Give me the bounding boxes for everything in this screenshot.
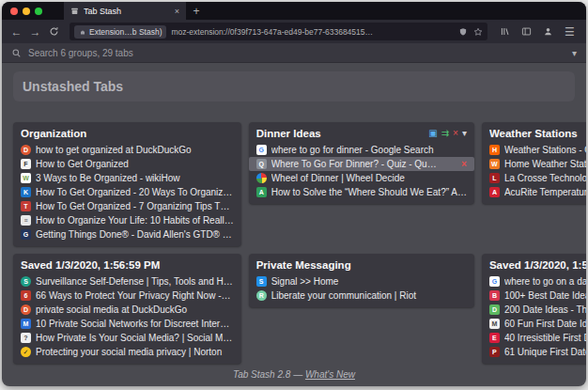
reload-icon[interactable] — [46, 23, 62, 39]
stashed-tab-item[interactable]: D private social media at DuckDuckGo — [13, 303, 241, 317]
stashed-tab-item[interactable]: S Signal >> Home — [249, 274, 474, 289]
stashed-tab-item[interactable]: P 61 Unique First Date Ideas for 2018 - … — [482, 345, 586, 359]
sidebar-icon[interactable] — [519, 23, 534, 39]
close-window-button[interactable] — [10, 8, 18, 15]
stashed-tab-item[interactable]: G Getting Things Done® - David Allen's G… — [13, 227, 241, 242]
stashed-tab-item[interactable]: K How To Get Organized - 20 Ways To Orga… — [13, 185, 241, 199]
stashed-tab-item[interactable]: G where to go on a date - Google Search — [482, 274, 586, 289]
stashed-tab-item[interactable]: H Weather Stations - Outdoor Decor - The… — [482, 143, 586, 157]
norton-favicon: ✓ — [21, 347, 31, 357]
new-tab-button[interactable]: + — [186, 2, 207, 20]
extension-identity-chip[interactable]: Extension…b Stash) — [74, 25, 166, 39]
url-bar[interactable]: Extension…b Stash) moz-extension://0f39f… — [70, 23, 487, 40]
whats-new-link[interactable]: What's New — [305, 369, 355, 380]
duckduckgo-favicon: D — [21, 145, 31, 155]
site-favicon: 6 — [21, 290, 31, 301]
collapse-all-chevron-icon[interactable]: ▾ — [572, 48, 577, 58]
stash-page: Unstashed Tabs Organization D how to get… — [2, 63, 586, 386]
tab-item-title: How to Organize Your Life: 10 Habits of … — [36, 215, 234, 226]
tab-item-title: where to go for dinner - Google Search — [271, 145, 467, 155]
groups-grid: Organization D how to get organized at D… — [13, 122, 575, 364]
tab-group-card: Dinner Ideas ▣⇉×▾ G where to go for dinn… — [249, 122, 474, 204]
tab-list: S Signal >> Home R Liberate your communi… — [249, 274, 474, 303]
group-title[interactable]: Saved 1/3/2020, 1:53:29 PM — [489, 259, 586, 271]
close-tab-icon[interactable]: × — [175, 7, 179, 16]
riot-favicon: R — [256, 290, 267, 301]
stashed-tab-item[interactable]: A How to Solve the “Where Should We Eat?… — [249, 185, 474, 199]
account-icon[interactable] — [541, 23, 555, 39]
extension-puzzle-icon — [79, 28, 86, 36]
acurite-favicon: A — [489, 187, 500, 197]
search-icon — [11, 48, 22, 58]
tab-item-title: Weather Stations - Outdoor Decor - The H… — [504, 145, 586, 155]
tab-item-title: Where To Go For Dinner? - Quiz - Qu… — [271, 159, 456, 169]
stashed-tab-item[interactable]: Q Where To Go For Dinner? - Quiz - Qu… × — [249, 157, 474, 171]
stashed-tab-item[interactable]: T How To Get Organized - 7 Organizing Ti… — [13, 199, 241, 213]
stashed-tab-item[interactable]: S Surveillance Self-Defense | Tips, Tool… — [13, 274, 241, 289]
stashed-tab-item[interactable]: ? How Private Is Your Social Media? | So… — [13, 331, 241, 345]
site-favicon: K — [21, 187, 31, 197]
stashed-tab-item[interactable]: L La Crosse Technology Wireless Thermome… — [482, 171, 586, 185]
group-title[interactable]: Saved 1/3/2020, 1:56:59 PM — [21, 259, 230, 271]
stash-all-icon[interactable]: ▣ — [428, 129, 437, 138]
stashed-tab-item[interactable]: R Liberate your communication | Riot — [249, 289, 474, 303]
group-title[interactable]: Weather Stations — [489, 128, 586, 139]
stashed-tab-item[interactable]: F How to Get Organized — [13, 157, 241, 171]
stashed-tab-item[interactable]: M 60 Fun First Date Ideas On A Budget - … — [482, 317, 586, 331]
ssd-favicon: S — [21, 276, 31, 287]
open-all-icon[interactable]: ⇉ — [441, 129, 449, 138]
close-tab-icon[interactable]: × — [461, 159, 467, 169]
tracking-shield-icon[interactable] — [458, 27, 468, 37]
minimize-window-button[interactable] — [23, 8, 30, 15]
stashed-tab-item[interactable]: 6 66 Ways to Protect Your Privacy Right … — [13, 289, 241, 303]
version-text: Tab Stash 2.8 — [233, 369, 290, 380]
collapse-group-icon[interactable]: ▾ — [462, 129, 467, 138]
group-header: Saved 1/3/2020, 1:56:59 PM — [13, 254, 241, 274]
stashed-tab-item[interactable]: A AcuRite Temperature and Humidity Stati… — [482, 185, 586, 199]
stashed-tab-item[interactable]: Wheel of Dinner | Wheel Decide — [249, 171, 474, 185]
forward-icon[interactable]: → — [27, 23, 43, 39]
stashed-tab-item[interactable]: ≡ How to Organize Your Life: 10 Habits o… — [13, 213, 241, 227]
site-favicon: ? — [21, 333, 31, 343]
stashed-tab-item[interactable]: M 10 Private Social Networks for Discree… — [13, 317, 241, 331]
wikihow-favicon: W — [21, 173, 31, 183]
stashed-tab-item[interactable]: G where to go for dinner - Google Search — [249, 143, 474, 157]
tab-item-title: How to Get Organized — [36, 159, 234, 169]
tab-group-card: Saved 1/3/2020, 1:56:59 PM S Surveillanc… — [13, 254, 241, 364]
menu-icon[interactable]: ☰ — [563, 23, 577, 39]
group-title[interactable]: Organization — [21, 128, 230, 139]
site-favicon: E — [489, 333, 500, 343]
tab-item-title: 40 Irresistible First Date Ideas - Best … — [504, 333, 586, 343]
stashed-tab-item[interactable]: W 3 Ways to Be Organized - wikiHow — [13, 171, 241, 185]
group-header: Dinner Ideas ▣⇉×▾ — [249, 122, 474, 143]
navigation-toolbar: ← → Extension…b Stash) moz-extension://0… — [2, 20, 586, 43]
stashed-tab-item[interactable]: D 200 Date Ideas - The only list you'll … — [482, 303, 586, 317]
stashed-tab-item[interactable]: B 100+ Best Date Ideas - Fun, Sexy, Roma… — [482, 289, 586, 303]
stashed-tab-item[interactable]: ✓ Protecting your social media privacy |… — [13, 345, 241, 359]
tab-list: D how to get organized at DuckDuckGo F H… — [13, 143, 241, 242]
site-favicon: F — [21, 159, 31, 169]
stashed-tab-item[interactable]: E 40 Irresistible First Date Ideas - Bes… — [482, 331, 586, 345]
tab-item-title: How To Get Organized - 20 Ways To Organi… — [36, 187, 234, 197]
group-actions: ▣⇉×▾ — [428, 129, 467, 138]
bookmark-star-icon[interactable] — [473, 27, 483, 37]
tab-group-card: Organization D how to get organized at D… — [13, 122, 241, 246]
stashed-tab-item[interactable]: D how to get organized at DuckDuckGo — [13, 143, 241, 157]
site-favicon: T — [21, 201, 31, 211]
unstashed-tabs-title: Unstashed Tabs — [23, 79, 123, 94]
back-icon[interactable]: ← — [8, 23, 24, 39]
window-controls — [2, 2, 51, 20]
group-title[interactable]: Dinner Ideas — [256, 128, 426, 139]
tab-tab-stash[interactable]: Tab Stash × — [64, 2, 186, 20]
site-favicon: ≡ — [21, 215, 31, 226]
zoom-window-button[interactable] — [35, 8, 42, 15]
titlebar: Tab Stash × + — [2, 2, 586, 20]
gtd-favicon: G — [21, 229, 31, 240]
google-favicon: G — [489, 276, 500, 287]
group-title[interactable]: Private Messaging — [256, 259, 463, 271]
tab-item-title: Protecting your social media privacy | N… — [36, 347, 234, 357]
search-input[interactable] — [28, 48, 565, 58]
stashed-tab-item[interactable]: W Home Weather Stations - Weather Statio… — [482, 157, 586, 171]
delete-group-icon[interactable]: × — [453, 129, 458, 138]
library-icon[interactable] — [498, 23, 512, 39]
